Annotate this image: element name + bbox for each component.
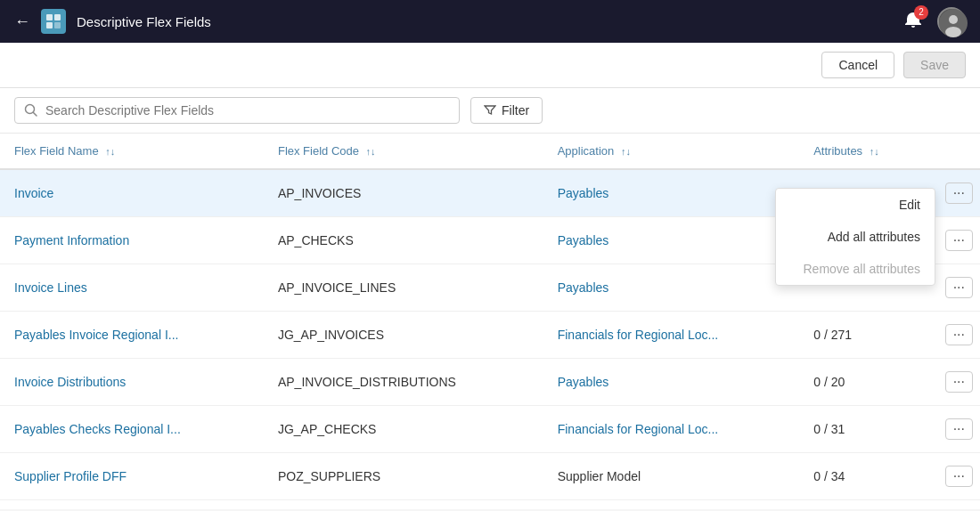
data-table: Flex Field Name ↑↓ Flex Field Code ↑↓ Ap… bbox=[0, 134, 980, 500]
row-action-button[interactable]: ··· bbox=[945, 230, 973, 251]
context-menu: EditAdd all attributesRemove all attribu… bbox=[775, 188, 935, 286]
svg-rect-3 bbox=[54, 22, 61, 28]
col-flex-field-code[interactable]: Flex Field Code ↑↓ bbox=[264, 134, 543, 169]
col-application[interactable]: Application ↑↓ bbox=[543, 134, 800, 169]
sort-icon-app: ↑↓ bbox=[621, 146, 631, 157]
app-icon bbox=[41, 9, 66, 34]
svg-rect-0 bbox=[46, 14, 53, 20]
context-menu-item-edit[interactable]: Edit bbox=[776, 189, 935, 221]
cell-flex-field-name[interactable]: Payables Checks Regional I... bbox=[0, 406, 264, 453]
cell-flex-field-code: JG_AP_INVOICES bbox=[264, 312, 543, 359]
cell-flex-field-name[interactable]: Supplier Profile DFF bbox=[0, 453, 264, 500]
cell-flex-field-code: AP_INVOICE_DISTRIBUTIONS bbox=[264, 359, 543, 406]
save-button[interactable]: Save bbox=[903, 52, 966, 78]
cell-attributes: 0 / 271 bbox=[799, 312, 927, 359]
col-attributes[interactable]: Attributes ↑↓ bbox=[799, 134, 927, 169]
cell-application[interactable]: Financials for Regional Loc... bbox=[543, 406, 800, 453]
row-action-button[interactable]: ··· bbox=[945, 371, 973, 393]
cell-action: ··· bbox=[927, 453, 980, 500]
table-row: Supplier Profile DFFPOZ_SUPPLIERSSupplie… bbox=[0, 453, 980, 500]
cancel-button[interactable]: Cancel bbox=[821, 52, 894, 78]
table-container: Flex Field Name ↑↓ Flex Field Code ↑↓ Ap… bbox=[0, 134, 980, 509]
cell-application[interactable]: Payables bbox=[543, 169, 800, 217]
cell-action: ··· bbox=[927, 359, 980, 406]
filter-button[interactable]: Filter bbox=[470, 97, 543, 124]
sort-icon-code: ↑↓ bbox=[366, 146, 376, 157]
filter-label: Filter bbox=[502, 103, 529, 118]
row-action-button[interactable]: ··· bbox=[945, 277, 973, 298]
table-row: Invoice DistributionsAP_INVOICE_DISTRIBU… bbox=[0, 359, 980, 406]
cell-attributes: 0 / 20 bbox=[799, 359, 927, 406]
svg-point-6 bbox=[945, 27, 961, 37]
back-button[interactable]: ← bbox=[14, 12, 30, 31]
cell-flex-field-name[interactable]: Invoice Distributions bbox=[0, 359, 264, 406]
cell-application: Supplier Model bbox=[543, 453, 800, 500]
cell-flex-field-code: AP_CHECKS bbox=[264, 217, 543, 264]
cell-flex-field-code: POZ_SUPPLIERS bbox=[264, 453, 543, 500]
cell-application[interactable]: Payables bbox=[543, 359, 800, 406]
table-header: Flex Field Name ↑↓ Flex Field Code ↑↓ Ap… bbox=[0, 134, 980, 169]
cell-action: ···EditAdd all attributesRemove all attr… bbox=[927, 169, 980, 217]
table-row: Payables Checks Regional I...JG_AP_CHECK… bbox=[0, 406, 980, 453]
page-title: Descriptive Flex Fields bbox=[77, 14, 893, 29]
table-row: Payables Invoice Regional I...JG_AP_INVO… bbox=[0, 312, 980, 359]
row-action-button[interactable]: ··· bbox=[945, 182, 973, 204]
cell-application[interactable]: Payables bbox=[543, 217, 800, 264]
cell-flex-field-code: AP_INVOICE_LINES bbox=[264, 264, 543, 312]
notification-bell[interactable]: 2 bbox=[903, 11, 923, 33]
svg-rect-2 bbox=[46, 22, 53, 28]
cell-attributes: 0 / 34 bbox=[799, 453, 927, 500]
cell-attributes: 0 / 31 bbox=[799, 406, 927, 453]
filter-icon bbox=[484, 104, 496, 117]
cell-flex-field-code: JG_AP_CHECKS bbox=[264, 406, 543, 453]
cell-flex-field-name[interactable]: Invoice bbox=[0, 169, 264, 217]
row-action-button[interactable]: ··· bbox=[945, 418, 973, 440]
cell-action: ··· bbox=[927, 312, 980, 359]
cell-application[interactable]: Payables bbox=[543, 264, 800, 312]
search-row: Filter bbox=[0, 88, 980, 134]
cell-flex-field-name[interactable]: Invoice Lines bbox=[0, 264, 264, 312]
sort-icon-attrs: ↑↓ bbox=[870, 146, 879, 157]
cell-action: ··· bbox=[927, 406, 980, 453]
cell-flex-field-name[interactable]: Payment Information bbox=[0, 217, 264, 264]
table-row: InvoiceAP_INVOICESPayables0 / 25···EditA… bbox=[0, 169, 980, 217]
top-nav: ← Descriptive Flex Fields 2 bbox=[0, 0, 980, 43]
col-flex-field-name[interactable]: Flex Field Name ↑↓ bbox=[0, 134, 264, 169]
context-menu-item-remove_all: Remove all attributes bbox=[776, 253, 935, 285]
svg-point-5 bbox=[949, 15, 958, 24]
cell-flex-field-code: AP_INVOICES bbox=[264, 169, 543, 217]
row-action-button[interactable]: ··· bbox=[945, 324, 973, 345]
sort-icon-name: ↑↓ bbox=[105, 146, 115, 157]
context-menu-item-add_all[interactable]: Add all attributes bbox=[776, 221, 935, 253]
search-box[interactable] bbox=[14, 97, 460, 124]
notification-count: 2 bbox=[914, 5, 928, 20]
nav-actions: 2 bbox=[903, 7, 966, 36]
row-action-button[interactable]: ··· bbox=[945, 466, 973, 487]
user-avatar[interactable] bbox=[937, 7, 966, 36]
toolbar: Cancel Save bbox=[0, 43, 980, 88]
svg-line-8 bbox=[34, 113, 37, 117]
svg-rect-1 bbox=[54, 14, 61, 20]
search-input[interactable] bbox=[45, 103, 450, 118]
cell-flex-field-name[interactable]: Payables Invoice Regional I... bbox=[0, 312, 264, 359]
cell-application[interactable]: Financials for Regional Loc... bbox=[543, 312, 800, 359]
